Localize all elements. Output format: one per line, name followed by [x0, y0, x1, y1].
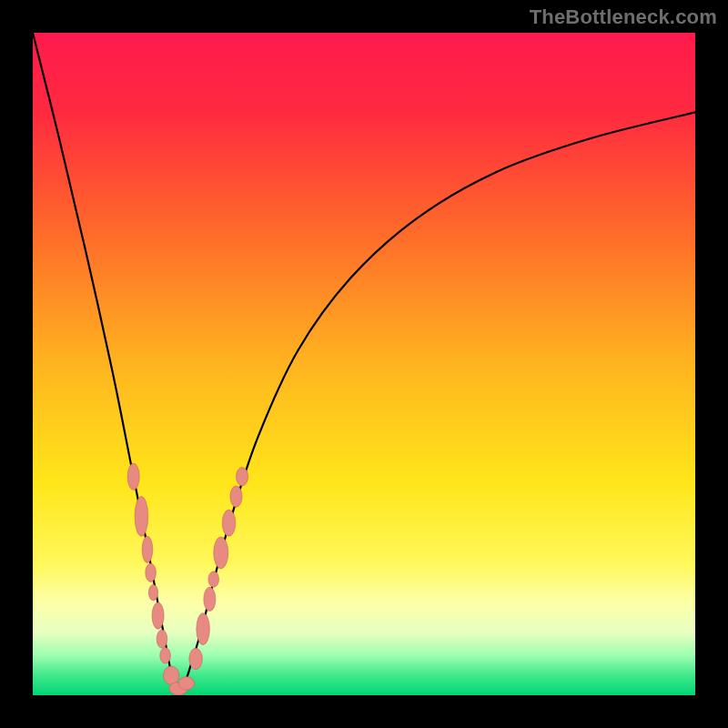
marker-point	[230, 486, 242, 507]
marker-point	[222, 510, 236, 536]
marker-point	[152, 602, 164, 629]
watermark-text: TheBottleneck.com	[530, 5, 717, 29]
marker-point	[135, 497, 148, 537]
marker-point	[237, 468, 248, 486]
marker-point	[214, 537, 228, 569]
marker-point	[157, 630, 167, 648]
marker-point	[197, 613, 210, 645]
curve-layer	[33, 33, 695, 695]
bottleneck-curve	[33, 33, 695, 693]
marker-point	[142, 536, 153, 562]
marker-point	[208, 571, 219, 587]
marker-point	[160, 648, 171, 663]
marker-point	[204, 587, 216, 611]
marker-point	[146, 563, 157, 581]
marker-point	[189, 648, 203, 669]
highlight-markers	[127, 463, 248, 695]
chart-frame: TheBottleneck.com	[0, 0, 728, 728]
marker-point	[178, 677, 194, 691]
marker-point	[148, 584, 157, 600]
marker-point	[127, 463, 139, 490]
plot-area	[33, 33, 695, 695]
